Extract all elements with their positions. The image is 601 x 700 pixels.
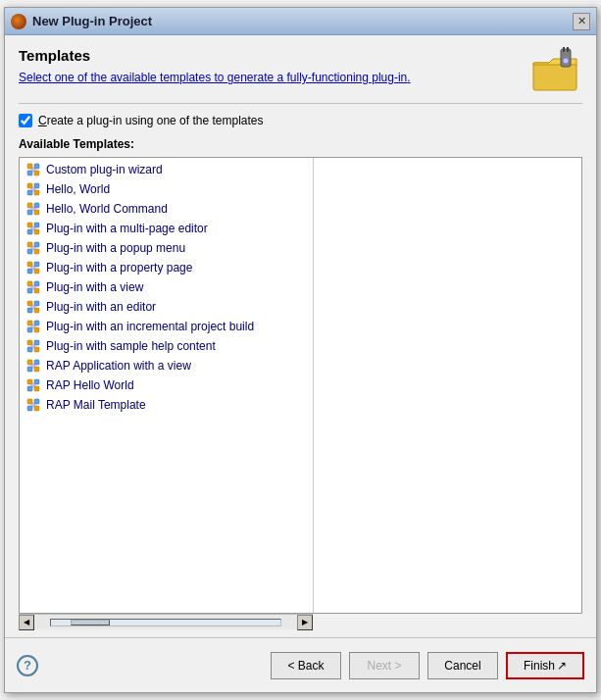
svg-rect-23 (34, 229, 39, 234)
template-item[interactable]: RAP Mail Template (20, 395, 313, 415)
svg-rect-40 (27, 301, 32, 306)
svg-rect-5 (27, 164, 32, 169)
svg-rect-3 (567, 47, 569, 52)
close-button[interactable]: ✕ (573, 13, 590, 30)
header-icon (531, 47, 582, 91)
header-separator (19, 103, 582, 104)
template-preview (314, 158, 581, 613)
template-plugin-icon (25, 319, 41, 334)
template-item[interactable]: Plug-in with a popup menu (20, 238, 313, 258)
template-item[interactable]: Hello, World (20, 179, 313, 199)
header-section: Templates Select one of the available te… (19, 47, 582, 91)
svg-rect-27 (27, 249, 32, 254)
svg-rect-6 (34, 164, 39, 169)
template-item-label: Plug-in with an incremental project buil… (46, 320, 254, 333)
svg-rect-42 (27, 308, 32, 313)
svg-rect-43 (34, 308, 39, 313)
svg-rect-26 (34, 242, 39, 247)
svg-rect-13 (34, 190, 39, 195)
template-plugin-icon (25, 358, 41, 374)
help-button[interactable]: ? (17, 655, 38, 676)
templates-list[interactable]: Custom plug-in wizard Hello, World Hello… (20, 158, 314, 613)
svg-rect-12 (27, 190, 32, 195)
svg-rect-10 (27, 183, 32, 188)
svg-rect-52 (27, 347, 32, 352)
svg-rect-15 (27, 203, 32, 208)
svg-rect-11 (34, 183, 39, 188)
svg-point-49 (31, 325, 35, 328)
scroll-track[interactable] (50, 619, 281, 626)
back-button[interactable]: < Back (271, 652, 341, 679)
template-item[interactable]: Plug-in with a property page (20, 258, 313, 277)
svg-rect-30 (27, 262, 32, 267)
svg-rect-18 (34, 210, 39, 215)
header-desc-link: fully-functioning plug-in (287, 71, 408, 84)
template-item-label: Plug-in with an editor (46, 300, 156, 314)
template-item[interactable]: RAP Hello World (20, 375, 313, 395)
button-bar-right: < Back Next > Cancel Finish ↗ (271, 652, 584, 679)
svg-rect-55 (27, 360, 32, 365)
header-desc-prefix: Select one of the available templates to… (19, 71, 287, 84)
svg-point-59 (31, 364, 35, 368)
svg-rect-20 (27, 223, 32, 227)
svg-rect-25 (27, 242, 32, 247)
template-item[interactable]: Custom plug-in wizard (20, 160, 313, 179)
title-bar: New Plug-in Project ✕ (5, 8, 596, 35)
scroll-right-button[interactable]: ▶ (297, 615, 313, 630)
svg-rect-22 (27, 229, 32, 234)
svg-point-4 (563, 58, 569, 64)
template-item[interactable]: Hello, World Command (20, 199, 313, 219)
header-title: Templates (19, 47, 522, 64)
svg-point-19 (31, 207, 35, 211)
template-plugin-icon (25, 338, 41, 354)
template-item[interactable]: Plug-in with an incremental project buil… (20, 317, 313, 336)
svg-rect-35 (27, 281, 32, 286)
template-plugin-icon (25, 240, 41, 256)
template-plugin-icon (25, 162, 41, 177)
svg-rect-33 (34, 269, 39, 274)
svg-rect-61 (34, 379, 39, 384)
scroll-left-button[interactable]: ◀ (19, 615, 34, 630)
svg-rect-2 (563, 47, 565, 52)
svg-point-34 (31, 266, 35, 270)
svg-rect-38 (34, 288, 39, 293)
svg-rect-16 (34, 203, 39, 208)
template-item-label: Hello, World Command (46, 202, 168, 216)
cancel-button[interactable]: Cancel (427, 652, 498, 679)
template-plugin-icon (25, 201, 41, 217)
cursor-icon: ↗ (557, 659, 567, 673)
svg-point-39 (31, 285, 35, 289)
svg-point-9 (31, 168, 35, 172)
svg-point-29 (31, 246, 35, 250)
svg-rect-7 (27, 171, 32, 175)
template-item[interactable]: Plug-in with sample help content (20, 336, 313, 356)
template-item-label: Plug-in with a view (46, 280, 143, 294)
svg-rect-58 (34, 367, 39, 372)
scroll-thumb[interactable] (71, 620, 110, 625)
svg-rect-63 (34, 386, 39, 391)
svg-rect-53 (34, 347, 39, 352)
svg-point-24 (31, 226, 35, 230)
create-plugin-checkbox[interactable] (19, 114, 32, 127)
svg-rect-37 (27, 288, 32, 293)
header-desc-suffix: . (407, 71, 410, 84)
svg-rect-21 (34, 223, 39, 227)
template-item[interactable]: RAP Application with a view (20, 356, 313, 375)
template-item[interactable]: Plug-in with a view (20, 277, 313, 297)
template-item[interactable]: Plug-in with an editor (20, 297, 313, 317)
svg-rect-57 (27, 367, 32, 372)
title-bar-left: New Plug-in Project (11, 14, 152, 29)
horizontal-scrollbar[interactable]: ◀ ▶ (19, 614, 313, 629)
main-window: New Plug-in Project ✕ Templates Select o… (4, 7, 597, 693)
button-bar: ? < Back Next > Cancel Finish ↗ (5, 637, 596, 692)
svg-rect-17 (27, 210, 32, 215)
svg-rect-32 (27, 269, 32, 274)
available-templates-label: Available Templates: (19, 137, 582, 151)
svg-point-14 (31, 187, 35, 191)
next-button[interactable]: Next > (349, 652, 420, 679)
finish-button[interactable]: Finish ↗ (506, 652, 584, 679)
svg-rect-56 (34, 360, 39, 365)
template-item[interactable]: Plug-in with a multi-page editor (20, 219, 313, 238)
svg-rect-50 (27, 340, 32, 345)
svg-point-64 (31, 383, 35, 387)
